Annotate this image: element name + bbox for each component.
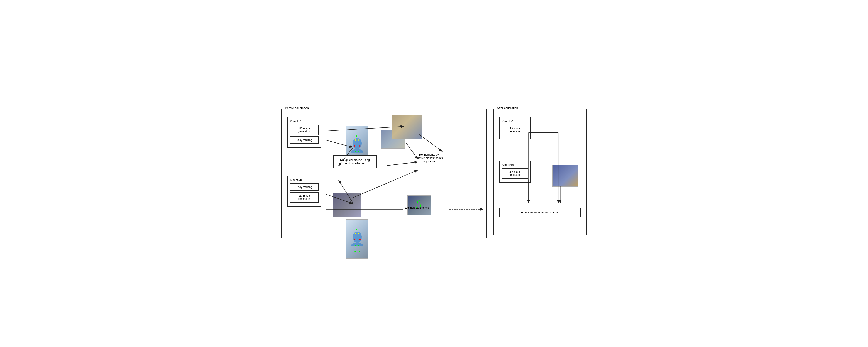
refinements-label: Refinements by iterative closest points … [415,153,443,163]
rough-calib-label: Rough calibration using joint coordinate… [340,158,370,165]
right-kinect1-box: Kinect #1 3D image generation [499,117,531,139]
right-dots: ... [504,150,537,160]
left-dots: ... [293,162,326,172]
left-panel-label: Before calibration [284,106,310,110]
rough-calib-box: Rough calibration using joint coordinate… [333,155,377,168]
kinetn-box: Kinect #n Body tracking 3D image generat… [287,176,321,207]
kinetn-title: Kinect #n [290,179,318,182]
scene-image [407,195,431,215]
kinect1-3d-image: 3D image generation [290,125,318,135]
kinetn-3d-image: 3D image generation [290,192,318,202]
right-kinect1-title: Kinect #1 [502,120,528,123]
person-image-bottom [346,219,368,258]
right-kinect1-3d: 3D image generation [502,125,528,135]
kinect1-box: Kinect #1 3D image generation Body track… [287,117,321,148]
svg-line-9 [353,170,417,198]
kinect1-body-tracking: Body tracking [290,136,318,144]
robot-image [333,193,362,217]
main-container: Before calibration Kinect #1 3D image ge… [281,109,587,238]
left-panel-wrapper: Kinect #1 3D image generation Body track… [285,113,483,234]
right-kinetn-title: Kinect #n [502,163,528,166]
kinetn-body-tracking: Body tracking [290,183,318,191]
reconstruction-box: 3D environment reconstruction [499,208,581,217]
reconstruction-label: 3D environment reconstruction [521,211,559,214]
left-panel: Before calibration Kinect #1 3D image ge… [281,109,487,238]
shelf-image [392,115,423,139]
right-kinetn-box: Kinect #n 3D image generation [499,161,531,183]
extrinsic-label: Extrinsic parameters [405,206,429,209]
right-kinetn-3d: 3D image generation [502,168,528,179]
recon-image [552,165,579,187]
right-panel-label: After calibration [496,106,519,110]
right-panel: After calibration Kinect #1 3D image gen… [493,109,587,235]
right-panel-wrapper: Kinect #1 3D image generation ... Kinect… [497,113,583,222]
refinements-box: Refinements by iterative closest points … [405,150,453,167]
svg-line-7 [419,134,442,151]
kinect1-title: Kinect #1 [290,120,318,123]
